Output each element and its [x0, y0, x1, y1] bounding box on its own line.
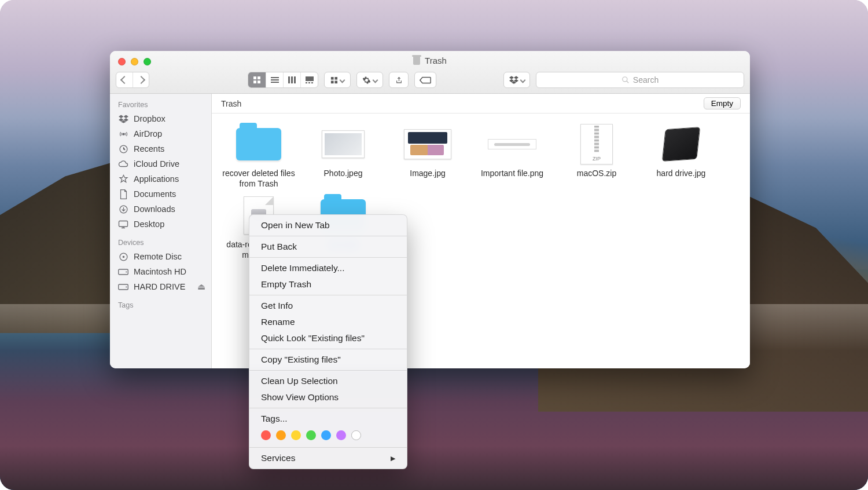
menu-item-get-info[interactable]: Get Info [249, 298, 407, 314]
trash-icon [413, 57, 420, 65]
tag-red[interactable] [261, 430, 271, 440]
sidebar-item-icloud[interactable]: iCloud Drive [110, 156, 211, 171]
file-label: Important file.png [479, 168, 546, 180]
menu-item-quick-look[interactable]: Quick Look "Existing files" [249, 330, 407, 346]
file-item[interactable]: Photo.jpeg [303, 122, 383, 189]
chevron-right-icon [137, 76, 145, 84]
sidebar-item-remote-disc[interactable]: Remote Disc [110, 249, 211, 264]
svg-point-25 [122, 255, 124, 258]
tag-orange[interactable] [276, 430, 286, 440]
search-icon [621, 76, 630, 84]
empty-trash-button[interactable]: Empty [704, 97, 741, 109]
gallery-icon [306, 76, 314, 83]
svg-rect-1 [258, 76, 260, 79]
svg-rect-14 [331, 76, 334, 79]
svg-rect-7 [288, 76, 290, 83]
tag-none[interactable] [351, 430, 361, 440]
file-item[interactable]: recover deleted files from Trash [219, 122, 299, 189]
sidebar-item-applications[interactable]: Applications [110, 171, 211, 187]
recents-icon [118, 144, 128, 154]
sidebar-heading-tags: Tags [110, 299, 211, 312]
menu-item-copy[interactable]: Copy "Existing files" [249, 352, 407, 368]
sidebar-item-hard-drive[interactable]: HARD DRIVE⏏ [110, 279, 211, 294]
file-label: macOS.zip [575, 168, 619, 180]
view-column-button[interactable] [283, 72, 300, 87]
tag-color-row [249, 427, 407, 445]
file-item[interactable]: Important file.png [472, 122, 552, 189]
view-switcher [248, 72, 318, 88]
svg-rect-4 [271, 77, 279, 78]
share-button[interactable] [389, 72, 409, 88]
window-titlebar[interactable]: Trash [110, 51, 750, 94]
sidebar-item-desktop[interactable]: Desktop [110, 217, 211, 232]
menu-item-open-new-tab[interactable]: Open in New Tab [249, 217, 407, 233]
menu-item-empty-trash[interactable]: Empty Trash [249, 276, 407, 292]
desktop-icon [118, 219, 128, 229]
group-by-button[interactable] [324, 72, 351, 88]
sidebar-item-recents[interactable]: Recents [110, 141, 211, 156]
sidebar-item-airdrop[interactable]: AirDrop [110, 126, 211, 141]
finder-window: Trash [110, 51, 750, 368]
action-button[interactable] [356, 72, 383, 88]
search-field[interactable]: Search [536, 72, 744, 88]
svg-rect-16 [331, 81, 334, 83]
sidebar-item-label: Desktop [134, 220, 164, 229]
file-label: hard drive.jpg [654, 168, 708, 180]
menu-item-clean-up[interactable]: Clean Up Selection [249, 373, 407, 389]
file-item[interactable]: Image.jpg [388, 122, 468, 189]
sidebar-item-label: Applications [134, 174, 179, 184]
menu-item-delete-immediately[interactable]: Delete Immediately... [249, 260, 407, 276]
file-item[interactable]: macOS.zip [557, 122, 637, 189]
applications-icon [118, 174, 128, 184]
tags-button[interactable] [414, 72, 436, 88]
dropbox-icon [118, 114, 128, 124]
window-title-text: Trash [425, 56, 447, 65]
zip-icon [580, 124, 613, 164]
menu-item-put-back[interactable]: Put Back [249, 239, 407, 255]
svg-rect-15 [334, 76, 337, 79]
menu-item-tags[interactable]: Tags... [249, 411, 407, 427]
remote-disc-icon [118, 251, 128, 262]
eject-icon[interactable]: ⏏ [197, 282, 205, 291]
view-gallery-button[interactable] [300, 72, 318, 87]
view-list-button[interactable] [266, 72, 283, 87]
menu-item-rename[interactable]: Rename [249, 314, 407, 330]
sidebar-heading-favorites: Favorites [110, 98, 211, 111]
svg-rect-2 [253, 81, 256, 83]
tag-yellow[interactable] [291, 430, 301, 440]
chevron-left-icon [120, 76, 128, 84]
chevron-down-icon [373, 77, 378, 83]
image-thumbnail [662, 127, 701, 162]
tag-icon [420, 76, 431, 84]
file-label: recover deleted files from Trash [219, 168, 299, 189]
svg-rect-23 [119, 221, 128, 226]
hard-drive-icon [118, 281, 128, 292]
menu-separator [249, 370, 407, 371]
image-thumbnail [322, 130, 365, 158]
menu-item-view-options[interactable]: Show View Options [249, 389, 407, 405]
tag-blue[interactable] [321, 430, 331, 440]
list-icon [271, 76, 279, 83]
menu-item-services[interactable]: Services [249, 450, 407, 466]
forward-button[interactable] [133, 72, 149, 87]
svg-rect-5 [271, 79, 279, 81]
back-button[interactable] [116, 72, 133, 87]
file-label: Image.jpg [407, 168, 447, 180]
tag-green[interactable] [306, 430, 316, 440]
tag-purple[interactable] [336, 430, 346, 440]
file-item[interactable]: hard drive.jpg [641, 122, 721, 189]
nav-buttons [116, 72, 149, 88]
sidebar-item-dropbox[interactable]: Dropbox [110, 111, 211, 126]
group-icon [330, 76, 338, 84]
sidebar-item-downloads[interactable]: Downloads [110, 202, 211, 217]
sidebar-item-documents[interactable]: Documents [110, 187, 211, 202]
chevron-down-icon [340, 77, 345, 83]
sidebar-item-macintosh-hd[interactable]: Macintosh HD [110, 264, 211, 279]
menu-separator [249, 236, 407, 236]
dropbox-toolbar-button[interactable] [503, 72, 530, 88]
sidebar-item-label: iCloud Drive [134, 159, 179, 169]
menu-separator [249, 295, 407, 295]
view-icon-button[interactable] [248, 72, 266, 87]
svg-rect-3 [258, 81, 260, 83]
svg-rect-9 [294, 76, 296, 83]
